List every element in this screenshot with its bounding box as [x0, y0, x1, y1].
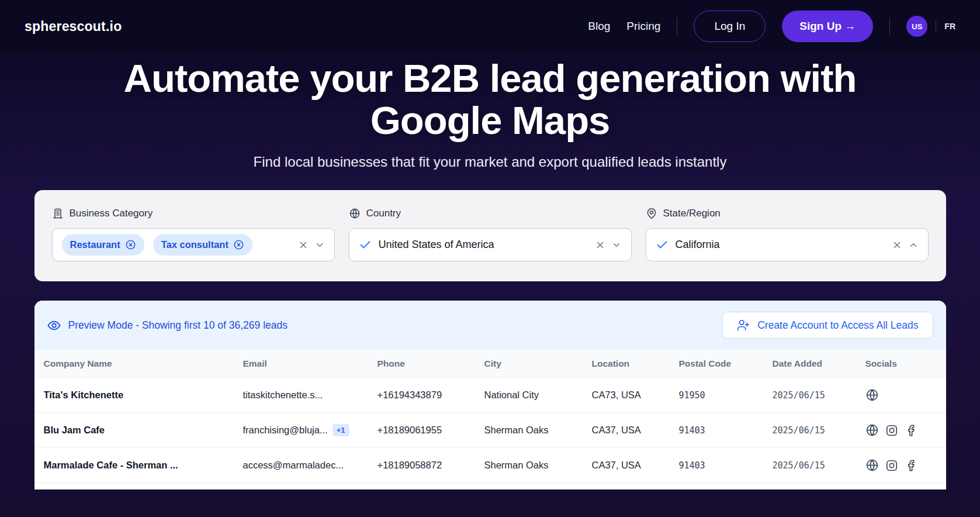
- cell-company: Tita's Kitchenette: [44, 390, 243, 401]
- col-socials: Socials: [865, 359, 937, 369]
- preview-banner: Preview Mode - Showing first 10 of 36,26…: [34, 301, 946, 350]
- country-value: United States of America: [379, 239, 589, 251]
- email-text: franchising@bluja...: [243, 425, 328, 436]
- nav-divider: [677, 18, 677, 35]
- brand-logo[interactable]: spherescout.io: [25, 19, 122, 35]
- chevron-down-icon[interactable]: [314, 240, 325, 250]
- lang-us-button[interactable]: US: [906, 16, 927, 37]
- check-icon: [359, 239, 372, 251]
- instagram-icon[interactable]: [885, 459, 898, 472]
- website-icon[interactable]: [865, 388, 879, 402]
- cell-location: CA37, USA: [592, 460, 679, 471]
- country-label-text: Country: [366, 208, 401, 219]
- cell-email: titaskitchenette.s...: [243, 390, 378, 401]
- filter-card: Business Category Restaurant Tax consult…: [34, 190, 946, 281]
- instagram-icon[interactable]: [885, 424, 898, 437]
- col-phone: Phone: [378, 359, 484, 369]
- hero-title-line1: Automate your B2B lead generation with: [124, 56, 857, 100]
- cell-company: Marmalade Cafe - Sherman ...: [44, 460, 243, 471]
- col-email: Email: [243, 359, 378, 369]
- map-pin-icon: [646, 208, 657, 219]
- nav-pricing[interactable]: Pricing: [626, 20, 660, 33]
- cell-date-added: 2025/06/15: [773, 460, 865, 471]
- lang-fr-button[interactable]: FR: [944, 22, 955, 31]
- preview-banner-left: Preview Mode - Showing first 10 of 36,26…: [47, 319, 288, 332]
- create-account-button[interactable]: Create Account to Access All Leads: [722, 312, 933, 339]
- hero-title: Automate your B2B lead generation with G…: [0, 57, 980, 141]
- table-row[interactable]: Marmalade Cafe - Sherman ... access@marm…: [34, 447, 946, 482]
- check-icon: [656, 239, 669, 251]
- cell-phone: +16194343879: [378, 390, 484, 401]
- nav-links: Blog Pricing Log In Sign Up → US FR: [588, 11, 955, 42]
- col-date-added: Date Added: [773, 359, 865, 369]
- table-row[interactable]: Blu Jam Cafe franchising@bluja... +1 +18…: [34, 412, 946, 447]
- language-switcher: US FR: [906, 16, 955, 37]
- business-category-label-text: Business Category: [70, 208, 153, 219]
- signup-button[interactable]: Sign Up →: [782, 11, 873, 42]
- cell-phone: +18189058872: [378, 460, 484, 471]
- cell-city: Sherman Oaks: [484, 460, 592, 471]
- chevron-down-icon[interactable]: [611, 240, 622, 250]
- table-row[interactable]: Tita's Kitchenette titaskitchenette.s...…: [34, 377, 946, 412]
- table-row-partial: [34, 482, 946, 490]
- cell-email: access@marmaladec...: [243, 460, 378, 471]
- cell-postal-code: 91403: [679, 425, 773, 436]
- facebook-icon[interactable]: [905, 424, 917, 437]
- col-company-name: Company Name: [44, 359, 243, 369]
- cell-socials: [865, 459, 937, 472]
- category-tags: Restaurant Tax consultant: [62, 234, 292, 256]
- cell-location: CA73, USA: [592, 390, 679, 401]
- cell-socials: [865, 423, 937, 437]
- user-plus-icon: [737, 319, 750, 332]
- hero-subtitle: Find local businesses that fit your mark…: [0, 154, 980, 170]
- category-tag-restaurant[interactable]: Restaurant: [62, 234, 144, 256]
- extra-email-badge[interactable]: +1: [333, 424, 349, 436]
- globe-icon: [349, 208, 361, 219]
- cell-city: National City: [484, 390, 592, 401]
- clear-icon[interactable]: [595, 240, 605, 250]
- website-icon[interactable]: [865, 423, 879, 437]
- col-location: Location: [592, 359, 679, 369]
- filter-country: Country United States of America: [349, 208, 632, 261]
- login-button[interactable]: Log In: [694, 11, 766, 42]
- nav-divider-2: [889, 18, 890, 35]
- hero-section: Automate your B2B lead generation with G…: [0, 53, 980, 170]
- cell-postal-code: 91950: [679, 390, 773, 401]
- building-icon: [52, 208, 64, 219]
- email-text: titaskitchenette.s...: [243, 390, 323, 401]
- facebook-icon[interactable]: [905, 459, 917, 472]
- nav-blog[interactable]: Blog: [588, 20, 610, 33]
- lang-divider: [936, 20, 936, 33]
- state-region-select[interactable]: California: [646, 228, 929, 261]
- filter-business-category: Business Category Restaurant Tax consult…: [52, 208, 335, 261]
- tag-label: Tax consultant: [161, 239, 228, 250]
- cell-email: franchising@bluja... +1: [243, 424, 378, 436]
- website-icon[interactable]: [865, 459, 879, 472]
- eye-icon: [47, 319, 61, 332]
- col-city: City: [484, 359, 592, 369]
- cell-location: CA37, USA: [592, 425, 679, 436]
- business-category-label: Business Category: [52, 208, 335, 219]
- clear-icon[interactable]: [892, 240, 902, 250]
- hero-title-line2: Google Maps: [370, 98, 610, 142]
- clear-icon[interactable]: [298, 240, 309, 250]
- preview-banner-text: Preview Mode - Showing first 10 of 36,26…: [68, 319, 288, 332]
- cell-phone: +18189061955: [378, 425, 484, 436]
- cell-socials: [865, 388, 937, 402]
- cell-city: Sherman Oaks: [484, 425, 592, 436]
- cell-date-added: 2025/06/15: [773, 425, 865, 436]
- business-category-select[interactable]: Restaurant Tax consultant: [52, 228, 335, 261]
- cell-date-added: 2025/06/15: [773, 390, 865, 401]
- col-postal-code: Postal Code: [679, 359, 773, 369]
- country-select[interactable]: United States of America: [349, 228, 632, 261]
- category-tag-tax-consultant[interactable]: Tax consultant: [153, 234, 252, 256]
- chevron-up-icon[interactable]: [908, 240, 919, 250]
- tag-label: Restaurant: [70, 239, 120, 250]
- create-account-label: Create Account to Access All Leads: [757, 319, 918, 332]
- navbar: spherescout.io Blog Pricing Log In Sign …: [0, 0, 980, 53]
- remove-tag-icon[interactable]: [125, 239, 136, 250]
- country-label: Country: [349, 208, 632, 219]
- email-text: access@marmaladec...: [243, 460, 344, 471]
- state-region-value: California: [676, 239, 886, 251]
- remove-tag-icon[interactable]: [233, 239, 244, 250]
